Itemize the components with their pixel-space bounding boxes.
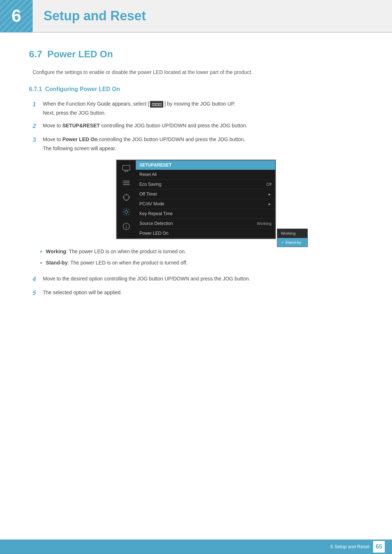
menu-screenshot: SETUP&RESET Reset All Eco Saving Off Off… (116, 160, 276, 239)
bullet-standby: • Stand-by: The power LED is on when the… (40, 259, 363, 267)
bullet-dot-1: • (40, 248, 42, 256)
step-5: 5 The selected option will be applied. (33, 289, 363, 297)
menu-row-off-timer: Off Timer ► (136, 189, 275, 199)
steps-list: 1 When the Function Key Guide appears, s… (29, 100, 363, 152)
section-heading: 6.7 Power LED On (29, 47, 363, 61)
submenu-standby: Stand-by (277, 238, 307, 247)
subsection-title: Configuring Power LED On (45, 86, 120, 92)
menu-content: SETUP&RESET Reset All Eco Saving Off Off… (136, 160, 275, 238)
submenu-popup: Working Stand-by (277, 229, 308, 247)
menu-row-key-repeat: Key Repeat Time (136, 209, 275, 219)
step-1-subtext: Next, press the JOG button. (43, 109, 235, 117)
chapter-number: 6 (12, 3, 21, 29)
menu-inline-icon: ◫◫◫ (150, 101, 163, 108)
sidebar-menu-icon (121, 178, 132, 188)
step-3-number: 3 (33, 136, 43, 144)
bullet-working: • Working: The power LED is on when the … (40, 248, 363, 256)
step-1-content: When the Function Key Guide appears, sel… (43, 100, 235, 117)
sidebar-settings-icon (121, 207, 132, 217)
menu-row-power-led: Power LED On Working Stand-by (136, 229, 275, 238)
sidebar-info-icon (121, 221, 132, 231)
step-3-bold: Power LED On (62, 136, 98, 142)
step-3-content: Move to Power LED On controlling the JOG… (43, 136, 245, 152)
step-4-text: Move to the desired option controlling t… (43, 275, 363, 283)
step-2-content: Move to SETUP&RESET controlling the JOG … (43, 122, 363, 130)
step-2-bold: SETUP&RESET (62, 123, 100, 128)
chapter-number-block: 6 (0, 0, 33, 32)
step-4-number: 4 (33, 275, 43, 284)
footer-page-number: 65 (373, 541, 385, 553)
step-5-number: 5 (33, 289, 43, 297)
section-number: 6.7 (29, 49, 42, 59)
svg-point-15 (126, 225, 127, 225)
bullet-working-text: Working: The power LED is on when the pr… (46, 248, 186, 255)
bullet-standby-text: Stand-by: The power LED is on when the p… (46, 259, 187, 267)
chapter-title: Setup and Reset (33, 6, 146, 26)
step-1-number: 1 (33, 100, 43, 109)
step-2: 2 Move to SETUP&RESET controlling the JO… (33, 122, 363, 131)
subsection-number: 6.7.1 (29, 86, 42, 92)
sidebar-crosshair-icon (121, 192, 132, 202)
sidebar-monitor-icon (121, 163, 132, 173)
step-1-text: When the Function Key Guide appears, sel… (43, 100, 235, 108)
menu-sidebar (117, 160, 136, 238)
menu-row-reset-all: Reset All (136, 170, 275, 180)
bullet-dot-2: • (40, 259, 42, 267)
svg-point-12 (125, 210, 128, 213)
step-5-text: The selected option will be applied. (43, 289, 363, 296)
step-1: 1 When the Function Key Guide appears, s… (33, 100, 363, 117)
steps-list-2: 4 Move to the desired option controlling… (29, 275, 363, 297)
step-3-subtext: The following screen will appear. (43, 145, 245, 152)
subsection-heading: 6.7.1 Configuring Power LED On (29, 85, 363, 94)
section-title: Power LED On (48, 49, 113, 59)
step-2-number: 2 (33, 122, 43, 131)
bullet-standby-bold: Stand-by (46, 260, 68, 266)
step-3: 3 Move to Power LED On controlling the J… (33, 136, 363, 152)
step-4: 4 Move to the desired option controlling… (33, 275, 363, 284)
bullet-list: • Working: The power LED is on when the … (40, 248, 363, 268)
section-description: Configure the settings to enable or disa… (29, 69, 363, 76)
bullet-working-bold: Working (46, 249, 66, 254)
chapter-header: 6 Setup and Reset (0, 0, 392, 33)
menu-header-label: SETUP&RESET (136, 160, 275, 170)
menu-row-pc-av-mode: PC/AV Mode ► (136, 199, 275, 209)
chapter-title-text: Setup and Reset (44, 8, 146, 23)
step-3-text: Move to Power LED On controlling the JOG… (43, 136, 245, 143)
page-footer: 6 Setup and Reset 65 (0, 539, 392, 554)
submenu-working: Working (277, 229, 307, 238)
svg-rect-0 (123, 165, 130, 170)
footer-text: 6 Setup and Reset (330, 543, 369, 550)
menu-row-eco-saving: Eco Saving Off (136, 180, 275, 189)
menu-row-source-detection: Source Detection Working (136, 219, 275, 229)
main-content: 6.7 Power LED On Configure the settings … (0, 47, 392, 332)
